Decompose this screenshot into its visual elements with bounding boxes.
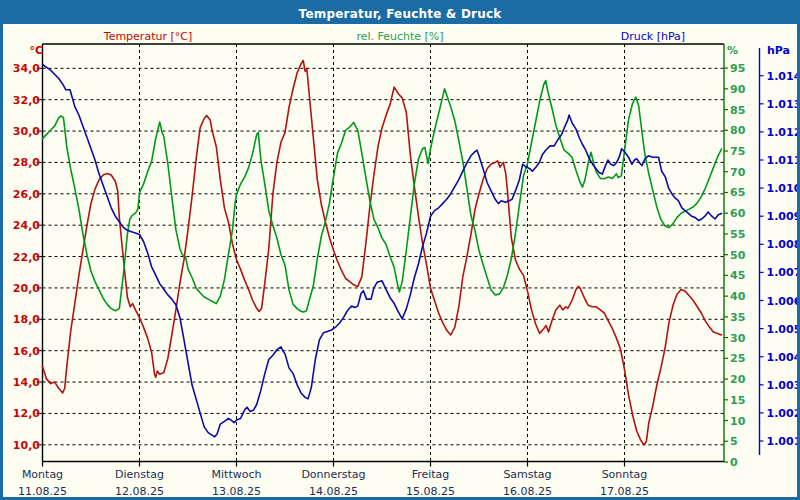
day-name-label: Mittwoch — [212, 468, 262, 481]
humidity-tick-label: 65 — [730, 186, 745, 199]
day-date-label: 11.08.25 — [18, 485, 67, 498]
pressure-tick-label: 1.010 — [767, 182, 800, 195]
temperature-tick-label: 34,0 — [13, 62, 40, 75]
legend-pressure: Druck [hPa] — [621, 30, 685, 43]
day-date-label: 13.08.25 — [212, 485, 261, 498]
humidity-tick-label: 25 — [730, 352, 745, 365]
window-titlebar[interactable]: Temperatur, Feuchte & Druck — [3, 3, 797, 26]
humidity-tick-label: 90 — [730, 83, 746, 96]
humidity-tick-label: 15 — [730, 394, 745, 407]
humidity-tick-label: 85 — [730, 104, 745, 117]
legend-humidity: rel. Feuchte [%] — [356, 30, 443, 43]
temperature-series-line — [43, 61, 722, 445]
pressure-tick-label: 1.008 — [767, 238, 800, 251]
humidity-tick-label: 50 — [730, 249, 746, 262]
pressure-tick-label: 1.006 — [767, 295, 800, 308]
day-date-label: 17.08.25 — [600, 485, 649, 498]
temperature-tick-label: 32,0 — [13, 94, 40, 107]
pressure-tick-label: 1.001 — [767, 435, 800, 448]
humidity-tick-label: 80 — [730, 124, 746, 137]
humidity-axis-unit: % — [727, 44, 738, 57]
pressure-tick-label: 1.007 — [767, 266, 800, 279]
window-title: Temperatur, Feuchte & Druck — [299, 7, 502, 21]
day-date-label: 14.08.25 — [309, 485, 358, 498]
day-name-label: Sonntag — [602, 468, 648, 481]
humidity-tick-label: 75 — [730, 145, 745, 158]
plot-frame — [43, 44, 725, 462]
humidity-tick-label: 0 — [730, 456, 738, 469]
pressure-tick-label: 1.011 — [767, 154, 800, 167]
temperature-tick-label: 12,0 — [13, 407, 40, 420]
chart-canvas: 34,032,030,028,026,024,022,020,018,016,0… — [3, 3, 800, 500]
temperature-tick-label: 30,0 — [13, 125, 40, 138]
pressure-tick-label: 1.005 — [767, 323, 800, 336]
humidity-series-line — [43, 81, 722, 312]
temperature-tick-label: 18,0 — [13, 313, 40, 326]
pressure-tick-label: 1.013 — [767, 98, 800, 111]
day-date-label: 15.08.25 — [406, 485, 455, 498]
humidity-tick-label: 60 — [730, 207, 746, 220]
humidity-tick-label: 30 — [730, 332, 746, 345]
pressure-axis-unit: hPa — [767, 44, 790, 57]
day-name-label: Montag — [22, 468, 63, 481]
humidity-tick-label: 20 — [730, 373, 746, 386]
humidity-tick-label: 5 — [730, 435, 738, 448]
day-date-label: 16.08.25 — [503, 485, 552, 498]
temperature-tick-label: 26,0 — [13, 188, 40, 201]
pressure-tick-label: 1.009 — [767, 210, 800, 223]
humidity-tick-label: 70 — [730, 166, 746, 179]
weather-chart-window: Temperatur, Feuchte & Druck 34,032,030,0… — [0, 0, 800, 500]
pressure-series-line — [43, 65, 722, 437]
humidity-tick-label: 45 — [730, 269, 745, 282]
day-date-label: 12.08.25 — [115, 485, 164, 498]
temperature-tick-label: 16,0 — [13, 345, 40, 358]
temperature-tick-label: 24,0 — [13, 219, 40, 232]
humidity-tick-label: 35 — [730, 311, 745, 324]
day-name-label: Freitag — [412, 468, 450, 481]
pressure-tick-label: 1.003 — [767, 379, 800, 392]
humidity-tick-label: 55 — [730, 228, 745, 241]
humidity-tick-label: 10 — [730, 415, 746, 428]
legend-temperature: Temperatur [°C] — [104, 30, 192, 43]
day-name-label: Donnerstag — [301, 468, 365, 481]
day-name-label: Dienstag — [115, 468, 164, 481]
temperature-axis-unit: °C — [25, 44, 43, 57]
temperature-tick-label: 20,0 — [13, 282, 40, 295]
day-name-label: Samstag — [503, 468, 551, 481]
humidity-tick-label: 40 — [730, 290, 746, 303]
pressure-tick-label: 1.012 — [767, 126, 800, 139]
temperature-tick-label: 22,0 — [13, 251, 40, 264]
pressure-tick-label: 1.004 — [767, 351, 800, 364]
temperature-tick-label: 28,0 — [13, 156, 40, 169]
pressure-tick-label: 1.014 — [767, 70, 800, 83]
temperature-tick-label: 10,0 — [13, 439, 40, 452]
pressure-tick-label: 1.002 — [767, 407, 800, 420]
temperature-tick-label: 14,0 — [13, 376, 40, 389]
humidity-tick-label: 95 — [730, 62, 745, 75]
